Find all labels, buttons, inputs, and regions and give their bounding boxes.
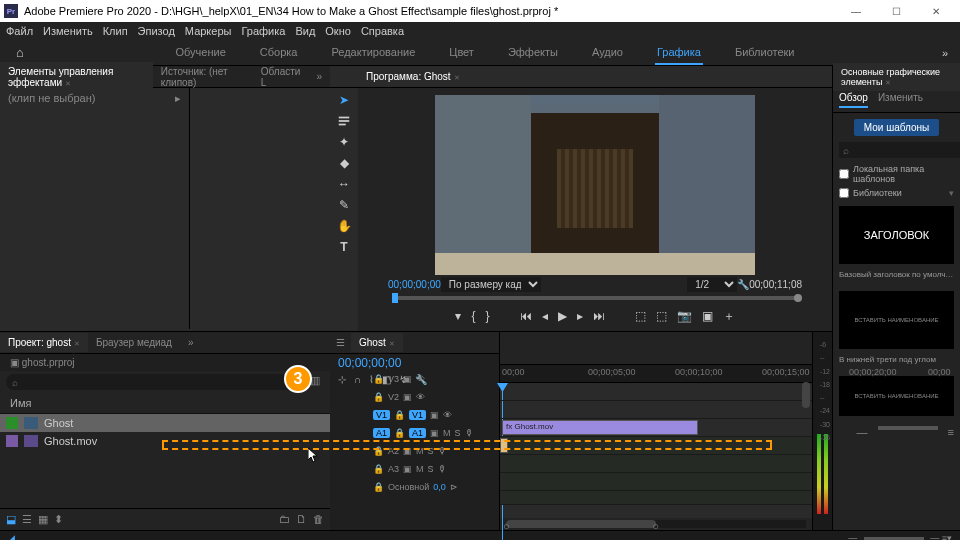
workspace-audio[interactable]: Аудио (590, 41, 625, 65)
track-header-a3[interactable]: 🔒A3▣MS🎙 (369, 460, 499, 478)
mark-out-icon[interactable]: } (486, 309, 490, 323)
proj-view-icon[interactable]: ☰ (22, 513, 32, 526)
project-column-name[interactable]: Имя (0, 393, 330, 414)
eg-zoom-out-icon[interactable]: — (857, 426, 868, 438)
eg-tab-browse[interactable]: Обзор (839, 92, 868, 108)
eg-zoom-slider[interactable] (878, 426, 938, 430)
eg-search-input[interactable] (839, 142, 960, 158)
tab-media-browser[interactable]: Браузер медиад (88, 333, 180, 352)
proj-delete-icon[interactable]: 🗑 (313, 513, 324, 526)
track-header-v1[interactable]: V1🔒V1▣👁 (369, 406, 499, 424)
menu-markers[interactable]: Маркеры (185, 25, 232, 37)
workspace-effects[interactable]: Эффекты (506, 41, 560, 65)
play-icon[interactable]: ▶ (558, 309, 567, 323)
timeline-timecode[interactable]: 00;00;00;00 (338, 356, 401, 370)
menu-clip[interactable]: Клип (103, 25, 128, 37)
tab-project[interactable]: Проект: ghost (0, 333, 88, 352)
comparison-icon[interactable]: ▣ (702, 309, 713, 323)
eg-template-thumb[interactable]: ЗАГОЛОВОК (839, 206, 954, 264)
program-zoom-select[interactable]: По размеру кадра (441, 277, 541, 292)
proj-view-freeform-icon[interactable]: ▦ (38, 513, 48, 526)
marker-icon[interactable]: ▾ (455, 309, 461, 323)
timeline-h-scrollbar[interactable]: ○○ (506, 520, 806, 528)
tab-effect-controls[interactable]: Элементы управления эффектами (0, 62, 153, 92)
mark-in-icon[interactable]: { (471, 309, 475, 323)
eg-check-libraries[interactable]: Библиотеки▾ (833, 186, 960, 200)
status-overflow-icon[interactable]: ≡▾ (942, 533, 952, 540)
tab-essential-graphics[interactable]: Основные графические элементы (833, 63, 960, 91)
menu-graphics[interactable]: Графика (241, 25, 285, 37)
type-tool-icon[interactable]: T (334, 238, 354, 256)
ellipse-tool-icon[interactable]: ↔ (334, 175, 354, 193)
timeline-clip-video[interactable]: fx Ghost.mov (502, 420, 698, 435)
window-minimize-button[interactable]: — (836, 0, 876, 22)
scrub-handle[interactable] (794, 294, 802, 302)
chevron-down-icon[interactable]: ▾ (949, 188, 954, 198)
status-zoom-out-icon[interactable]: — (848, 533, 857, 540)
tl-menu-icon[interactable]: ☰ (330, 337, 351, 348)
program-resolution-select[interactable]: 1/2 (687, 277, 737, 292)
eg-template-thumb[interactable]: ВСТАВИТЬ НАИМЕНОВАНИЕ (839, 376, 954, 416)
proj-new-item-icon[interactable]: 🗋 (296, 513, 307, 526)
eg-check-local[interactable]: Локальная папка шаблонов (833, 162, 960, 186)
project-search-input[interactable] (6, 374, 306, 390)
status-left-icon[interactable]: ◢ (8, 533, 15, 540)
menu-view[interactable]: Вид (295, 25, 315, 37)
menu-window[interactable]: Окно (325, 25, 351, 37)
wrench-icon[interactable]: 🔧 (737, 279, 749, 290)
menu-sequence[interactable]: Эпизод (138, 25, 175, 37)
eg-zoom-in-icon[interactable]: ≡ (948, 426, 954, 438)
track-header-v3[interactable]: 🔒V3▣👁 (369, 370, 499, 388)
vertical-type-tool-icon[interactable] (334, 112, 354, 130)
timeline-ruler[interactable]: 00;00 00;00;05;00 00;00;10;00 00;00;15;0… (500, 365, 812, 383)
tab-project-overflow[interactable]: » (180, 333, 202, 352)
go-to-in-icon[interactable]: ⏮ (520, 309, 532, 323)
proj-new-bin-icon[interactable]: 🗀 (279, 513, 290, 526)
eg-tab-edit[interactable]: Изменить (878, 92, 923, 108)
track-header-master[interactable]: 🔒Основной0,0⊳ (369, 478, 499, 496)
step-back-icon[interactable]: ◂ (542, 309, 548, 323)
my-templates-button[interactable]: Мои шаблоны (854, 119, 939, 136)
hand-tool-icon[interactable]: ✋ (334, 217, 354, 235)
status-zoom-slider[interactable] (864, 537, 924, 540)
lift-icon[interactable]: ⬚ (635, 309, 646, 323)
scroll-thumb[interactable]: ○○ (506, 520, 656, 528)
tab-program[interactable]: Программа: Ghost (358, 67, 468, 86)
go-to-out-icon[interactable]: ⏭ (593, 309, 605, 323)
rectangle-tool-icon[interactable]: ◆ (334, 154, 354, 172)
workspace-editing[interactable]: Редактирование (329, 41, 417, 65)
tab-sequence[interactable]: Ghost (351, 333, 403, 352)
proj-sort-icon[interactable]: ⬍ (54, 513, 63, 526)
workspace-color[interactable]: Цвет (447, 41, 476, 65)
workspace-overflow-button[interactable]: » (930, 47, 960, 59)
window-close-button[interactable]: ✕ (916, 0, 956, 22)
status-zoom-in-icon[interactable]: — (930, 533, 939, 540)
window-maximize-button[interactable]: ☐ (876, 0, 916, 22)
program-tc-left[interactable]: 00;00;00;00 (388, 279, 441, 290)
pen-tool-icon[interactable]: ✦ (334, 133, 354, 151)
menu-help[interactable]: Справка (361, 25, 404, 37)
export-frame-icon[interactable]: 📷 (677, 309, 692, 323)
tab-source[interactable]: Источник: (нет клипов) (153, 62, 253, 92)
tab-lumetri-regions[interactable]: Области L (253, 62, 309, 92)
program-canvas[interactable] (435, 95, 755, 275)
tl-snap-icon[interactable]: ⊹ (338, 374, 346, 385)
proj-view-list-icon[interactable]: ⬓ (6, 513, 16, 526)
polygon-tool-icon[interactable]: ✎ (334, 196, 354, 214)
timeline-tracks[interactable]: fx Ghost.mov (500, 383, 812, 518)
extract-icon[interactable]: ⬚ (656, 309, 667, 323)
tab-overflow[interactable]: » (308, 67, 330, 86)
menu-edit[interactable]: Изменить (43, 25, 93, 37)
step-fwd-icon[interactable]: ▸ (577, 309, 583, 323)
timeline-v-scrollbar[interactable] (802, 382, 810, 510)
workspace-libraries[interactable]: Библиотеки (733, 41, 797, 65)
program-scrub-bar[interactable] (378, 292, 812, 304)
add-button-icon[interactable]: ＋ (723, 308, 735, 325)
track-header-v2[interactable]: 🔒V2▣👁 (369, 388, 499, 406)
tl-magnet-icon[interactable]: ∩ (354, 374, 361, 385)
workspace-graphics[interactable]: Графика (655, 41, 703, 65)
selection-tool-icon[interactable]: ➤ (334, 91, 354, 109)
home-button[interactable]: ⌂ (0, 45, 40, 60)
project-item-sequence[interactable]: Ghost (0, 414, 330, 432)
eg-template-thumb[interactable]: ВСТАВИТЬ НАИМЕНОВАНИЕ (839, 291, 954, 349)
